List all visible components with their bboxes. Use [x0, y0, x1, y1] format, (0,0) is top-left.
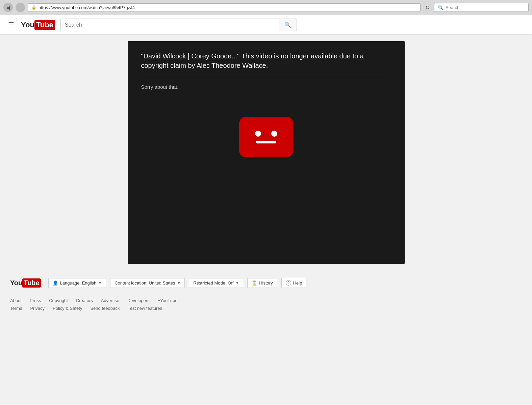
history-icon: ⌛ — [252, 280, 257, 286]
footer-link-policy-safety[interactable]: Policy & Safety — [53, 306, 82, 311]
footer-link-about[interactable]: About — [10, 298, 22, 303]
search-input[interactable] — [60, 19, 279, 31]
sad-eyes — [255, 131, 277, 137]
restricted-mode-button[interactable]: Restricted Mode: Off ▼ — [189, 278, 243, 288]
youtube-logo[interactable]: YouTube — [21, 20, 55, 30]
youtube-header: ☰ YouTube 🔍 — [0, 15, 532, 34]
sad-eye-left — [255, 131, 261, 137]
sad-icon-container — [141, 103, 391, 178]
sad-mouth — [256, 141, 276, 143]
language-label: Language: English — [60, 280, 97, 286]
logo-tube: Tube — [34, 20, 55, 30]
help-icon: ? — [286, 280, 291, 286]
footer-link-test-new-features[interactable]: Test new features — [128, 306, 162, 311]
language-button[interactable]: 👤 Language: English ▼ — [48, 278, 106, 288]
language-dropdown-icon: ▼ — [98, 281, 102, 285]
footer-links: About Press Copyright Creators Advertise… — [0, 295, 532, 318]
browser-search-box[interactable]: 🔍 Search — [434, 3, 529, 12]
address-bar[interactable]: 🔒 https://www.youtube.com/watch?v=wu854P… — [28, 3, 421, 12]
footer-control-bar: YouTube 👤 Language: English ▼ Content lo… — [0, 271, 532, 295]
content-location-label: Content location: United States — [115, 280, 175, 286]
footer-logo-tube: Tube — [22, 278, 41, 288]
lock-icon: 🔒 — [31, 5, 36, 10]
language-icon: 👤 — [53, 280, 58, 286]
footer-link-copyright[interactable]: Copyright — [49, 298, 68, 303]
restricted-mode-dropdown-icon: ▼ — [235, 281, 239, 285]
footer-links-row2: Terms Privacy Policy & Safety Send feedb… — [10, 306, 522, 311]
browser-chrome: ◀ ▶ 🔒 https://www.youtube.com/watch?v=wu… — [0, 0, 532, 15]
sad-eye-right — [271, 131, 277, 137]
footer-links-row1: About Press Copyright Creators Advertise… — [10, 298, 522, 303]
video-error-title: "David Wilcock | Corey Goode..." This vi… — [141, 51, 391, 70]
footer-link-developers[interactable]: Developers — [127, 298, 150, 303]
url-text: https://www.youtube.com/watch?v=wu854P7g… — [39, 5, 417, 10]
history-label: History — [259, 280, 273, 286]
footer-link-plusyoutube[interactable]: +YouTube — [158, 298, 178, 303]
error-divider — [141, 77, 391, 77]
footer-link-creators[interactable]: Creators — [76, 298, 93, 303]
main-content: "David Wilcock | Corey Goode..." This vi… — [0, 34, 532, 271]
browser-search-icon: 🔍 — [438, 5, 444, 10]
footer-link-advertise[interactable]: Advertise — [101, 298, 119, 303]
hamburger-menu-button[interactable]: ☰ — [7, 20, 16, 30]
youtube-sad-icon — [239, 117, 293, 157]
footer-logo: YouTube — [10, 278, 41, 288]
restricted-mode-label: Restricted Mode: Off — [193, 280, 233, 286]
footer-link-privacy[interactable]: Privacy — [30, 306, 45, 311]
content-location-dropdown-icon: ▼ — [177, 281, 180, 285]
forward-button[interactable]: ▶ — [16, 3, 25, 12]
video-error-sorry: Sorry about that. — [141, 84, 391, 90]
back-button[interactable]: ◀ — [3, 3, 13, 12]
reload-button[interactable]: ↻ — [423, 3, 431, 11]
help-label: Help — [293, 280, 302, 286]
footer-logo-you: You — [10, 279, 22, 287]
footer-link-press[interactable]: Press — [30, 298, 41, 303]
footer-link-send-feedback[interactable]: Send feedback — [90, 306, 120, 311]
search-container: 🔍 — [60, 19, 297, 31]
content-location-button[interactable]: Content location: United States ▼ — [110, 278, 185, 288]
history-button[interactable]: ⌛ History — [247, 278, 277, 288]
footer-link-terms[interactable]: Terms — [10, 306, 22, 311]
browser-search-placeholder: Search — [446, 5, 459, 10]
search-button[interactable]: 🔍 — [279, 19, 297, 31]
video-error-container: "David Wilcock | Corey Goode..." This vi… — [128, 41, 405, 264]
logo-you: You — [21, 21, 34, 29]
help-button[interactable]: ? Help — [281, 278, 307, 288]
